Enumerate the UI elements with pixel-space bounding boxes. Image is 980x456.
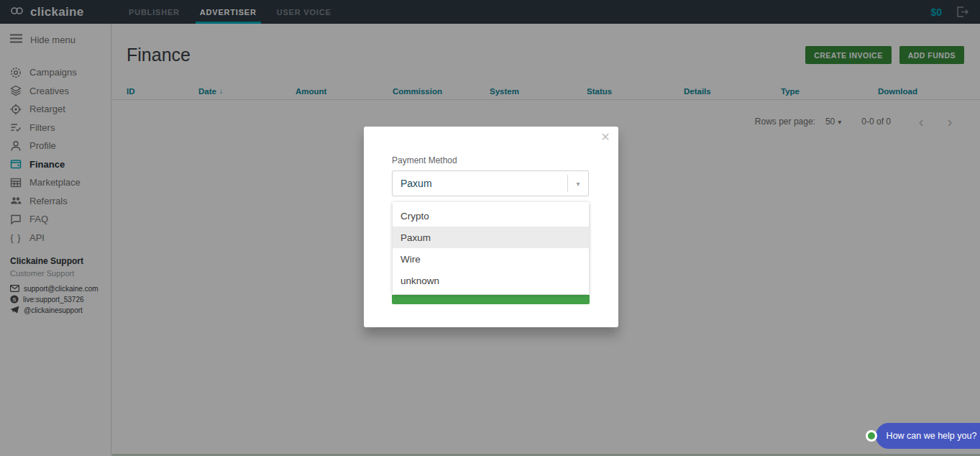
online-status-icon [866,430,877,442]
caret-down-icon: ▾ [568,180,588,188]
chat-launcher-button[interactable]: How can we help you? [876,423,980,449]
chat-label: How can we help you? [879,431,977,441]
option-crypto[interactable]: Crypto [393,205,589,227]
chat-widget: How can we help you? [876,423,980,449]
close-icon[interactable]: ✕ [598,129,613,144]
payment-method-select[interactable]: Paxum ▾ [392,170,589,196]
add-funds-modal: ✕ Payment Method Paxum ▾ Crypto Paxum Wi… [364,127,618,327]
option-wire[interactable]: Wire [393,248,589,270]
payment-method-dropdown: Crypto Paxum Wire unknown [393,202,589,294]
option-unknown[interactable]: unknown [393,270,589,291]
option-paxum[interactable]: Paxum [393,227,589,248]
payment-method-label: Payment Method [392,155,457,165]
submit-button[interactable] [392,295,590,304]
page: clickaine PUBLISHER ADVERTISER USER VOIC… [0,0,980,456]
payment-method-value: Paxum [393,178,567,189]
